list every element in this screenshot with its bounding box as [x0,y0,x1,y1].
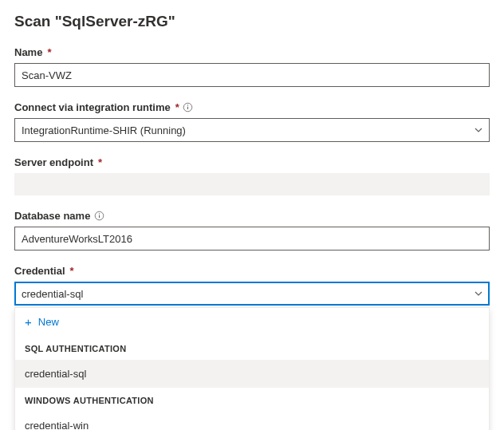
field-endpoint: Server endpoint * [14,156,490,195]
endpoint-label: Server endpoint * [14,156,490,168]
required-indicator: * [175,101,179,113]
endpoint-input[interactable] [14,173,490,195]
credential-select-wrap: credential-sql [14,282,490,306]
info-icon[interactable] [183,102,194,113]
runtime-select-wrap: IntegrationRuntime-SHIR (Running) [14,118,490,142]
dropdown-group-header-sql: SQL AUTHENTICATION [15,336,489,360]
runtime-label: Connect via integration runtime * [14,101,490,113]
dropdown-new-label: New [38,316,59,328]
info-icon[interactable] [93,211,104,222]
required-indicator: * [98,156,102,168]
credential-select-value: credential-sql [22,288,83,300]
field-credential: Credential * credential-sql + New SQL AU… [14,265,490,430]
runtime-label-text: Connect via integration runtime [14,101,171,113]
dropdown-item-credential-win[interactable]: credential-win [15,412,489,430]
field-database: Database name [14,210,490,251]
required-indicator: * [47,46,51,58]
runtime-select[interactable]: IntegrationRuntime-SHIR (Running) [14,118,490,142]
field-name: Name * [14,46,490,87]
dropdown-new[interactable]: + New [15,308,489,336]
database-label: Database name [14,210,490,222]
dropdown-group-header-win: WINDOWS AUTHENTICATION [15,388,489,412]
svg-point-2 [187,105,188,105]
database-input[interactable] [14,227,490,251]
endpoint-label-text: Server endpoint [14,156,93,168]
required-indicator: * [70,265,74,277]
name-label-text: Name [14,46,42,58]
credential-select[interactable]: credential-sql [14,282,490,306]
credential-label: Credential * [14,265,490,277]
dropdown-item-credential-sql[interactable]: credential-sql [15,360,489,388]
name-label: Name * [14,46,490,58]
credential-label-text: Credential [14,265,65,277]
page-title: Scan "SqlServer-zRG" [14,13,490,30]
runtime-select-value: IntegrationRuntime-SHIR (Running) [22,124,186,136]
plus-icon: + [25,316,32,328]
svg-point-5 [99,213,100,214]
field-runtime: Connect via integration runtime * Integr… [14,101,490,142]
database-label-text: Database name [14,210,90,222]
name-input[interactable] [14,63,490,87]
credential-dropdown: + New SQL AUTHENTICATION credential-sql … [14,307,490,430]
